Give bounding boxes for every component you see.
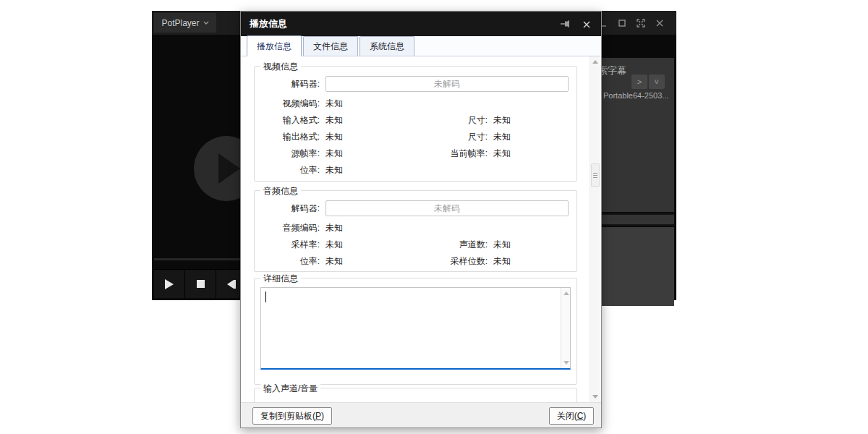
button-label: 关闭( <box>557 410 577 422</box>
field-label: 尺寸: <box>417 114 488 127</box>
field-value: 未知 <box>326 222 411 234</box>
tab-playback-info[interactable]: 播放信息 <box>247 35 302 56</box>
close-button[interactable]: 关闭(C) <box>549 407 594 425</box>
field-label: 采样率: <box>262 239 320 251</box>
play-icon <box>165 279 174 289</box>
fullscreen-icon[interactable] <box>636 18 646 28</box>
previous-icon <box>227 280 236 289</box>
input-volume-legend: 输入声道/音量 <box>260 383 320 395</box>
details-group: 详细信息 <box>254 278 577 385</box>
field-label: 当前帧率: <box>417 148 488 160</box>
video-info-row: 位率: 未知 <box>262 162 569 179</box>
playlist-panel: 索字幕 > > Portable64-2503... <box>602 58 674 307</box>
dialog-tabstrip: 播放信息 文件信息 系统信息 <box>241 36 601 56</box>
audio-info-group: 音频信息 解码器: 未解码 音频编码: 未知 采样率: 未知 声道数: 未知 <box>254 190 577 272</box>
playlist-list: 索字幕 > > Portable64-2503... <box>602 58 674 212</box>
field-value: 未知 <box>493 114 569 127</box>
audio-decoder-label: 解码器: <box>262 203 320 215</box>
audio-info-row: 位率: 未知 采样位数: 未知 <box>262 253 569 270</box>
window-controls <box>598 11 665 35</box>
playlist-header-label: 索字幕 <box>602 64 626 77</box>
field-label: 采样位数: <box>417 255 488 268</box>
video-info-row: 输出格式: 未知 尺寸: 未知 <box>262 129 569 145</box>
video-info-row: 视频编码: 未知 <box>262 95 569 112</box>
chevron-down-icon <box>203 21 209 25</box>
field-value: 未知 <box>326 131 411 143</box>
field-label: 视频编码: <box>262 98 320 110</box>
video-info-row: 输入格式: 未知 尺寸: 未知 <box>262 112 569 129</box>
field-label: 位率: <box>262 164 320 176</box>
playlist-item[interactable]: Portable64-2503... <box>603 91 669 100</box>
scroll-up-icon[interactable] <box>563 292 569 295</box>
dialog-scrollbar[interactable] <box>590 56 600 402</box>
scroll-up-icon[interactable] <box>592 60 598 64</box>
field-label: 输入格式: <box>262 114 320 127</box>
close-icon[interactable] <box>582 19 592 29</box>
field-value: 未知 <box>493 148 569 160</box>
video-info-row: 源帧率: 未知 当前帧率: 未知 <box>262 145 569 162</box>
audio-info-row: 采样率: 未知 声道数: 未知 <box>262 237 569 253</box>
playback-info-dialog: 播放信息 播放信息 文件信息 系统信息 视频信息 解码器: 未解码 <box>240 11 602 428</box>
button-label: ) <box>321 411 324 421</box>
maximize-icon[interactable] <box>617 18 627 28</box>
stop-icon <box>197 280 205 288</box>
button-label: ) <box>583 411 586 421</box>
dialog-buttonbar: 复制到剪贴板(P) 关闭(C) <box>241 402 601 427</box>
app-menu-button[interactable]: PotPlayer <box>154 13 216 33</box>
dialog-content: 视频信息 解码器: 未解码 视频编码: 未知 输入格式: 未知 尺寸: 未知 <box>241 56 601 402</box>
video-info-group: 视频信息 解码器: 未解码 视频编码: 未知 输入格式: 未知 尺寸: 未知 <box>254 66 577 182</box>
dialog-titlebar[interactable]: 播放信息 <box>241 12 601 36</box>
playlist-next-button[interactable]: > <box>631 75 647 89</box>
copy-to-clipboard-button[interactable]: 复制到剪贴板(P) <box>252 407 332 425</box>
text-cursor <box>265 292 266 302</box>
field-value: 未知 <box>326 148 411 160</box>
stop-button[interactable] <box>185 270 216 298</box>
field-value: 未知 <box>326 98 411 110</box>
video-decoder-label: 解码器: <box>262 78 320 90</box>
field-value: 未知 <box>493 239 569 251</box>
chevron-right-icon: > <box>637 77 642 86</box>
field-label: 位率: <box>262 255 320 268</box>
pin-icon[interactable] <box>561 19 571 29</box>
video-decoder-field: 未解码 <box>326 76 569 92</box>
field-label: 尺寸: <box>417 131 488 143</box>
app-menu-label: PotPlayer <box>161 18 199 28</box>
tab-file-info[interactable]: 文件信息 <box>303 36 358 56</box>
field-label: 音频编码: <box>262 222 320 234</box>
chevron-down-icon: > <box>652 80 661 84</box>
field-value: 未知 <box>493 131 569 143</box>
play-button[interactable] <box>154 270 185 298</box>
field-label: 声道数: <box>417 239 488 251</box>
field-value: 未知 <box>326 255 411 268</box>
playlist-expand-button[interactable]: > <box>649 75 665 89</box>
field-value: 未知 <box>326 164 411 176</box>
scrollbar-thumb[interactable] <box>591 163 600 187</box>
field-label: 源帧率: <box>262 148 320 160</box>
textarea-scrollbar[interactable] <box>561 288 570 368</box>
audio-info-row: 音频编码: 未知 <box>262 220 569 237</box>
button-label: 复制到剪贴板( <box>260 410 315 422</box>
field-value: 未知 <box>326 114 411 127</box>
audio-decoder-field: 未解码 <box>326 200 569 216</box>
video-info-legend: 视频信息 <box>260 61 301 73</box>
field-label: 输出格式: <box>262 131 320 143</box>
field-value: 未知 <box>493 255 569 268</box>
tab-system-info[interactable]: 系统信息 <box>359 36 414 56</box>
button-accesskey: C <box>577 411 584 421</box>
close-icon[interactable] <box>655 18 665 28</box>
field-value: 未知 <box>326 239 411 251</box>
button-accesskey: P <box>315 411 321 421</box>
playlist-lower-section <box>602 227 674 306</box>
input-volume-group: 输入声道/音量 <box>254 388 577 402</box>
scroll-down-icon[interactable] <box>563 361 569 365</box>
details-textarea[interactable] <box>260 287 571 370</box>
dialog-title: 播放信息 <box>250 17 287 30</box>
audio-info-legend: 音频信息 <box>260 185 301 197</box>
scroll-down-icon[interactable] <box>592 395 598 399</box>
playlist-divider <box>602 213 674 226</box>
details-legend: 详细信息 <box>260 273 301 285</box>
